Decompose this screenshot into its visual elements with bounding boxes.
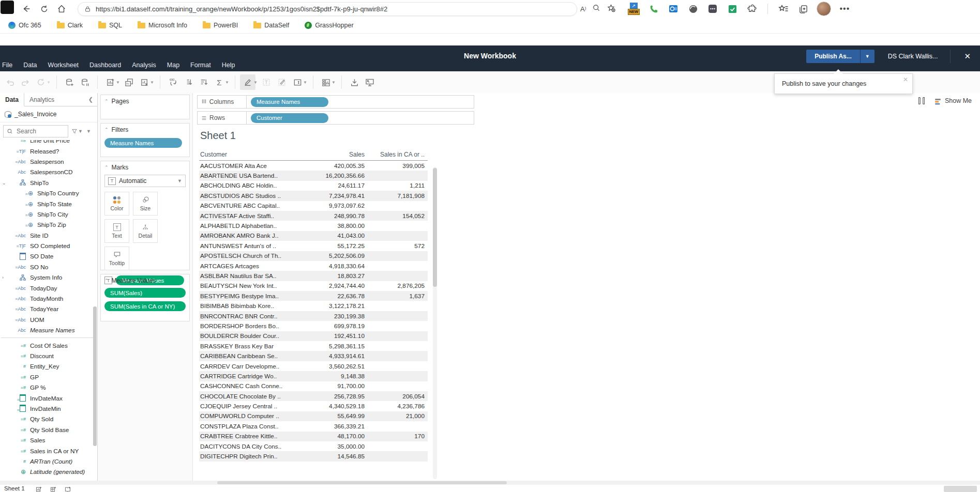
extension-new-icon[interactable]: ↗NEW — [627, 3, 640, 15]
favorites-bar-icon[interactable] — [777, 3, 790, 15]
cell-sales-ca[interactable] — [368, 221, 428, 230]
clear-sheet-caret[interactable]: ▼ — [150, 80, 155, 85]
table-row[interactable]: BRASSKEY Brass Key Bar5,298,361.15 — [199, 341, 428, 351]
detail-button[interactable]: Detail — [133, 219, 158, 243]
field-discount[interactable]: =#Discount — [0, 351, 97, 361]
cell-sales[interactable]: 699,978.19 — [306, 321, 368, 331]
table-row[interactable]: ABCSTUDIOS ABC Studios ..7,234,978.417,1… — [199, 191, 428, 201]
cell-sales[interactable]: 4,918,330.64 — [306, 261, 368, 271]
columns-pill-area[interactable]: Measure Names — [247, 95, 474, 109]
cell-sales[interactable]: 4,933,914.61 — [306, 351, 368, 361]
field-todaymonth[interactable]: =AbcTodayMonth — [0, 294, 97, 304]
field-salesperson[interactable]: =AbcSalesperson — [0, 157, 97, 167]
menu-help[interactable]: Help — [222, 62, 235, 69]
col-header-sales-ca[interactable]: Sales in CA or .. — [368, 150, 428, 161]
back-icon[interactable] — [18, 2, 35, 16]
cell-sales[interactable]: 3,122,178.21 — [306, 301, 368, 311]
color-button[interactable]: Color — [104, 192, 129, 216]
cell-sales-ca[interactable] — [368, 421, 428, 431]
table-row[interactable]: CASHCONNEC Cash Conne..91,700.00 — [199, 381, 428, 391]
filter-pill-measure-names[interactable]: Measure Names — [104, 138, 182, 148]
menu-map[interactable]: Map — [167, 62, 179, 69]
field-shipto[interactable]: ⌄ShipTo — [0, 178, 97, 188]
cell-sales[interactable]: 192,451.10 — [306, 331, 368, 341]
publish-as-button[interactable]: Publish As... ▼ — [806, 50, 875, 63]
cell-sales[interactable]: 7,234,978.41 — [306, 191, 368, 201]
field-shipto-country[interactable]: =⊕ShipTo Country — [0, 188, 97, 198]
new-story-tab-icon[interactable] — [64, 485, 71, 492]
favorite-add-icon[interactable] — [607, 4, 615, 14]
cell-customer[interactable]: BRASSKEY Brass Key Bar — [199, 341, 306, 351]
cell-customer[interactable]: ACTIVESTAF Active Staffi.. — [199, 211, 306, 221]
show-hide-cards-caret[interactable]: ▼ — [331, 80, 337, 85]
field-sales[interactable]: =#Sales — [0, 435, 97, 445]
field-so-date[interactable]: SO Date — [0, 251, 97, 262]
pill-sum-sales-in-ca-or-ny[interactable]: SUM(Sales in CA or NY) — [104, 301, 186, 311]
table-row[interactable]: ANTUNSWEST Antun's of ..55,172.25572 — [199, 241, 428, 251]
col-header-customer[interactable]: Customer — [199, 150, 306, 161]
cell-customer[interactable]: ALPHABETLD Alphabetlan.. — [199, 221, 306, 230]
cell-customer[interactable]: CARTRIDGE Cartridge Wo.. — [199, 371, 306, 381]
cell-sales-ca[interactable] — [368, 311, 428, 321]
menu-data[interactable]: Data — [23, 62, 37, 69]
field-sales-in-ca-or-ny[interactable]: =#Sales in CA or NY — [0, 445, 97, 456]
highlight-caret[interactable]: ▼ — [253, 80, 259, 85]
cell-customer[interactable]: DIGITECHPR Digitech Prin.. — [199, 451, 306, 461]
cell-sales[interactable]: 24,611.17 — [306, 181, 368, 191]
mark-type-caret[interactable]: ▼ — [177, 178, 182, 183]
cell-sales[interactable]: 48,170.00 — [306, 432, 368, 441]
field-measure-names[interactable]: AbcMeasure Names — [0, 325, 97, 335]
field-cost-of-sales[interactable]: =#Cost Of Sales — [0, 340, 97, 350]
cell-sales[interactable]: 230,199.38 — [306, 311, 368, 321]
field-shipto-zip[interactable]: =⊕ShipTo Zip — [0, 220, 97, 230]
cell-sales-ca[interactable]: 7,181,908 — [368, 191, 428, 201]
cell-sales[interactable]: 18,803.27 — [306, 271, 368, 281]
field-qty-sold-base[interactable]: =#Qty Sold Base — [0, 425, 97, 435]
url-text[interactable]: https://bi1.dataself.com/t/training_oran… — [96, 5, 387, 13]
field-salespersoncd[interactable]: AbcSalespersonCD — [0, 167, 97, 177]
horizontal-scrollbar[interactable] — [0, 481, 980, 485]
field-shipto-state[interactable]: =⊕ShipTo State — [0, 198, 97, 209]
size-button[interactable]: Size — [133, 192, 158, 216]
cell-customer[interactable]: BESTYPEIMG Bestype Ima.. — [199, 291, 306, 301]
collapse-caret[interactable]: ⌃ — [104, 99, 109, 104]
cell-sales-ca[interactable] — [368, 451, 428, 461]
cell-sales-ca[interactable]: 1,211 — [368, 181, 428, 191]
cell-customer[interactable]: BNRCONTRAC BNR Contr.. — [199, 311, 306, 321]
cell-sales-ca[interactable] — [368, 231, 428, 241]
table-row[interactable]: DACITYCONS DA City Cons..35,000.00 — [199, 441, 428, 451]
cell-customer[interactable]: AACUSTOMER Alta Ace — [199, 161, 306, 171]
field-todayyear[interactable]: =AbcTodayYear — [0, 304, 97, 314]
refresh-icon[interactable] — [35, 2, 53, 16]
show-me-label[interactable]: Show Me — [945, 97, 972, 104]
cell-sales-ca[interactable]: 170 — [368, 432, 428, 441]
cell-sales[interactable]: 248,990.78 — [306, 211, 368, 221]
cell-customer[interactable]: BEAUTYSCH New York Int.. — [199, 281, 306, 291]
fit-selector-caret[interactable]: ▼ — [303, 80, 308, 85]
collections-icon[interactable] — [797, 3, 809, 15]
publish-dropdown-caret[interactable]: ▼ — [860, 50, 875, 63]
cell-customer[interactable]: CASHCONNEC Cash Conne.. — [199, 381, 306, 391]
cell-sales[interactable]: 55,649.99 — [306, 411, 368, 421]
cell-customer[interactable]: ABCHOLDING ABC Holdin.. — [199, 181, 306, 191]
cell-sales-ca[interactable] — [368, 441, 428, 451]
table-row[interactable]: BORDERSHOP Borders Bo..699,978.19 — [199, 321, 428, 331]
extensions-puzzle-icon[interactable] — [746, 3, 758, 15]
cell-customer[interactable]: DACITYCONS DA City Cons.. — [199, 441, 306, 451]
field-so-no[interactable]: =AbcSO No — [0, 262, 97, 272]
duplicate-sheet-icon[interactable] — [121, 74, 137, 90]
columns-pill-measure-names[interactable]: Measure Names — [251, 97, 328, 107]
collapse-caret[interactable]: ⌃ — [104, 127, 109, 132]
new-worksheet-caret[interactable]: ▼ — [116, 80, 121, 85]
cell-sales-ca[interactable] — [368, 251, 428, 261]
cell-sales-ca[interactable] — [368, 271, 428, 281]
table-row[interactable]: DIGITECHPR Digitech Prin..14,546.85 — [199, 451, 428, 461]
table-row[interactable]: COMPUWORLD Computer ..55,649.9921,000 — [199, 411, 428, 421]
cell-customer[interactable]: CJOEQUIP Jersey Central .. — [199, 401, 306, 411]
check-extension-icon[interactable] — [726, 3, 738, 15]
sheet-tab[interactable]: Sheet 1 — [3, 485, 28, 491]
table-row[interactable]: ABARTENDE USA Bartend..16,200,356.66 — [199, 171, 428, 180]
table-row[interactable]: CONSTPLAZA Plaza Const..366,339.21 — [199, 421, 428, 431]
show-me-button[interactable]: Show Me — [934, 97, 972, 105]
cell-sales[interactable]: 91,700.00 — [306, 381, 368, 391]
